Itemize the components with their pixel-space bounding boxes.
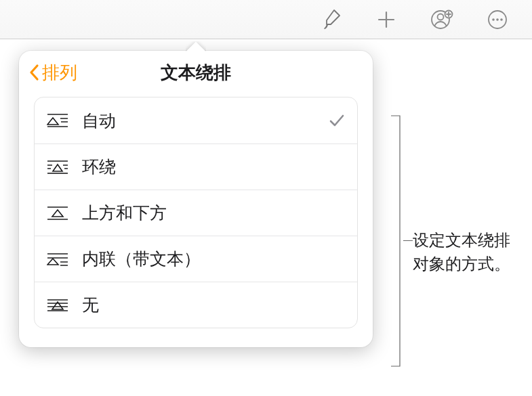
- annotation-line: 对象的方式。: [413, 252, 510, 276]
- annotation-bracket: [390, 115, 404, 367]
- option-label: 自动: [74, 110, 329, 132]
- ellipsis-circle-icon: [487, 9, 508, 30]
- popover-header: 排列 文本绕排: [19, 51, 373, 94]
- wrap-inline-icon: [47, 251, 74, 267]
- back-button[interactable]: 排列: [19, 61, 77, 85]
- annotation-line: 设定文本绕排: [413, 229, 510, 252]
- annotation-text: 设定文本绕排 对象的方式。: [413, 229, 510, 276]
- chevron-left-icon: [28, 63, 41, 82]
- checkmark-icon: [329, 112, 345, 129]
- svg-marker-12: [47, 118, 58, 125]
- format-popover: 排列 文本绕排 自动: [19, 51, 373, 347]
- wrap-option-around[interactable]: 环绕: [35, 144, 357, 190]
- insert-button[interactable]: [359, 1, 414, 38]
- format-brush-icon: [319, 8, 342, 31]
- wrap-above-below-icon: [47, 205, 74, 221]
- wrap-around-icon: [47, 159, 74, 175]
- popover-arrow: [186, 41, 206, 51]
- svg-point-9: [496, 18, 499, 21]
- back-label: 排列: [42, 61, 77, 85]
- svg-point-10: [500, 18, 503, 21]
- person-badge-icon: [430, 8, 453, 31]
- option-label: 环绕: [74, 156, 345, 178]
- wrap-option-auto[interactable]: 自动: [35, 97, 357, 144]
- svg-marker-17: [53, 164, 62, 171]
- svg-point-8: [492, 18, 495, 21]
- annotation-tick: [403, 240, 413, 241]
- option-label: 无: [74, 294, 345, 316]
- format-button[interactable]: [303, 1, 359, 38]
- more-button[interactable]: [470, 1, 525, 38]
- collaborate-button[interactable]: [414, 1, 470, 38]
- wrap-option-none[interactable]: 无: [35, 282, 357, 328]
- wrap-none-icon: [47, 297, 74, 313]
- plus-icon: [376, 9, 396, 30]
- svg-marker-24: [52, 210, 63, 217]
- wrap-auto-icon: [47, 112, 74, 129]
- option-label: 上方和下方: [74, 202, 345, 224]
- wrap-option-list: 自动 环绕: [34, 97, 358, 328]
- wrap-option-inline[interactable]: 内联（带文本）: [35, 236, 357, 282]
- toolbar: [0, 0, 532, 39]
- svg-marker-28: [47, 259, 58, 265]
- option-label: 内联（带文本）: [74, 248, 345, 270]
- svg-point-3: [438, 14, 444, 20]
- wrap-option-above-below[interactable]: 上方和下方: [35, 190, 357, 236]
